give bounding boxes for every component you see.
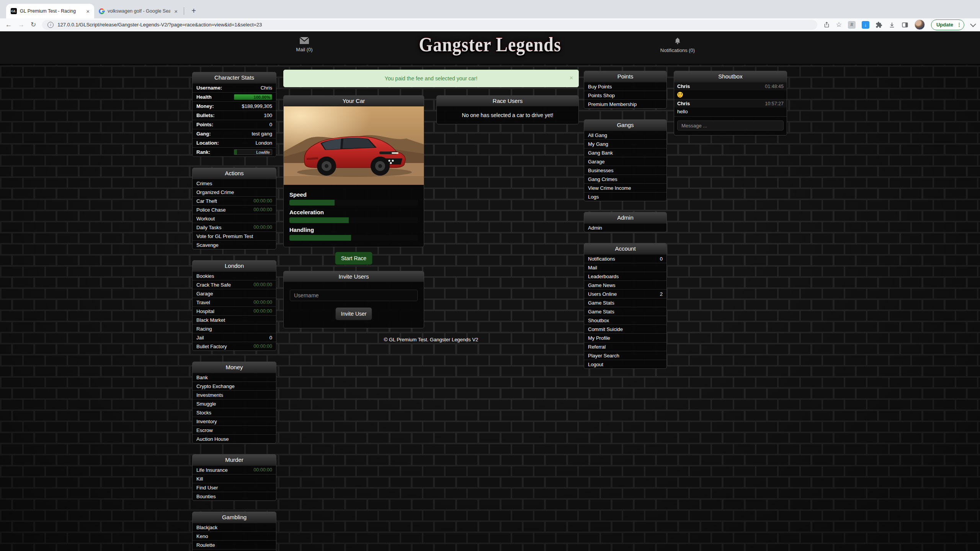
menu-item-gang-crimes[interactable]: Gang Crimes <box>584 174 666 183</box>
menu-item-player-search[interactable]: Player Search <box>584 351 666 360</box>
shoutbox-message-input[interactable] <box>677 121 784 130</box>
character-stats-panel: Character StatsUsername:ChrisHealth100.0… <box>192 72 276 157</box>
menu-item-bounties[interactable]: Bounties <box>193 492 276 500</box>
menu-item-buy-points[interactable]: Buy Points <box>584 82 666 91</box>
tab-google-search[interactable]: volkswagen golf - Google Sear × <box>94 4 182 18</box>
menu-item-garage[interactable]: Garage <box>193 289 276 298</box>
menu-item-points-shop[interactable]: Points Shop <box>584 91 666 99</box>
menu-item-auction-house[interactable]: Auction House <box>193 434 276 443</box>
menu-item-view-crime-income[interactable]: View Crime Income <box>584 183 666 192</box>
site-info-icon[interactable]: i <box>47 22 54 28</box>
start-race-button[interactable]: Start Race <box>335 252 372 265</box>
tab-close-icon[interactable]: × <box>85 8 90 15</box>
menu-item-travel[interactable]: Travel00:00:00 <box>193 298 276 306</box>
menu-item-bullet-factory[interactable]: Bullet Factory00:00:00 <box>193 342 276 350</box>
menu-item-car-theft[interactable]: Car Theft00:00:00 <box>193 196 276 205</box>
menu-item-count: 2 <box>660 291 663 297</box>
forward-icon[interactable]: → <box>18 21 24 28</box>
menu-item-hospital[interactable]: Hospital00:00:00 <box>193 306 276 315</box>
menu-item-mail[interactable]: Mail <box>584 263 666 272</box>
car-column: Your Car <box>283 95 424 328</box>
car-stat-label-speed: Speed <box>289 191 418 198</box>
menu-item-garage[interactable]: Garage <box>584 157 666 166</box>
bookmark-star-icon[interactable]: ☆ <box>836 21 842 28</box>
tab-gl-premium-test[interactable]: GL GL Premium Test - Racing × <box>6 4 94 18</box>
menu-item-gang-bank[interactable]: Gang Bank <box>584 148 666 157</box>
menu-item-businesses[interactable]: Businesses <box>584 166 666 174</box>
menu-item-black-market[interactable]: Black Market <box>193 315 276 324</box>
menu-item-admin[interactable]: Admin <box>584 223 666 232</box>
new-tab-button[interactable]: + <box>188 5 199 16</box>
menu-item-label: Bounties <box>196 494 216 499</box>
extension-r-icon[interactable]: R <box>848 21 856 29</box>
menu-item-referral[interactable]: Referral <box>584 342 666 351</box>
menu-item-escrow[interactable]: Escrow <box>193 425 276 434</box>
invite-username-input[interactable] <box>290 290 418 301</box>
extensions-puzzle-icon[interactable] <box>875 21 882 28</box>
stat-value: London <box>256 140 272 146</box>
menu-item-all-gang[interactable]: All Gang <box>584 130 666 139</box>
menu-item-investments[interactable]: Investments <box>193 390 276 399</box>
menu-item-workout[interactable]: Workout <box>193 214 276 223</box>
menu-item-blackjack[interactable]: Blackjack <box>193 523 276 531</box>
menu-item-jail[interactable]: Jail0 <box>193 333 276 342</box>
profile-avatar[interactable] <box>915 20 925 30</box>
menu-item-users-online[interactable]: Users Online2 <box>584 289 666 298</box>
back-icon[interactable]: ← <box>5 21 12 28</box>
menu-item-label: Bullet Factory <box>196 344 227 349</box>
chevron-down-icon[interactable] <box>970 21 976 27</box>
share-icon[interactable] <box>823 21 830 28</box>
menu-item-vote-for-gl-premium-test[interactable]: Vote for GL Premium Test <box>193 231 276 240</box>
menu-item-crypto-exchange[interactable]: Crypto Exchange <box>193 381 276 390</box>
address-bar[interactable]: i 127.0.0.1/GLScript/release/Gangster-Le… <box>42 20 817 30</box>
menu-item-logout[interactable]: Logout <box>584 360 666 368</box>
alert-close-icon[interactable]: × <box>570 75 573 82</box>
menu-item-crimes[interactable]: Crimes <box>193 179 276 187</box>
stat-value: Chris <box>261 85 272 91</box>
menu-item-inventory[interactable]: Inventory <box>193 417 276 425</box>
menu-item-game-news[interactable]: Game News <box>584 280 666 289</box>
stat-label: Rank: <box>196 149 210 155</box>
menu-item-premium-membership[interactable]: Premium Membership <box>584 99 666 108</box>
menu-item-police-chase[interactable]: Police Chase00:00:00 <box>193 205 276 214</box>
menu-item-lottery[interactable]: Lottery <box>193 549 276 551</box>
menu-item-game-stats[interactable]: Game Stats <box>584 307 666 316</box>
notifications-link[interactable]: Notifications (0) <box>645 37 710 53</box>
menu-item-my-gang[interactable]: My Gang <box>584 139 666 148</box>
menu-item-keno[interactable]: Keno <box>193 531 276 540</box>
menu-item-life-insurance[interactable]: Life Insurance00:00:00 <box>193 465 276 474</box>
menu-item-my-profile[interactable]: My Profile <box>584 333 666 342</box>
tab-title: GL Premium Test - Racing <box>20 8 82 14</box>
side-panel-icon[interactable] <box>902 21 908 28</box>
menu-item-label: Game Stats <box>588 309 614 315</box>
menu-item-shoutbox[interactable]: Shoutbox <box>584 316 666 324</box>
menu-item-scavenge[interactable]: Scavenge <box>193 240 276 249</box>
reload-icon[interactable]: ↻ <box>31 21 36 28</box>
tab-close-icon[interactable]: × <box>173 8 178 15</box>
game-logo[interactable]: Gangster Legends <box>0 34 980 55</box>
menu-item-smuggle[interactable]: Smuggle <box>193 399 276 408</box>
menu-item-crack-the-safe[interactable]: Crack The Safe00:00:00 <box>193 280 276 289</box>
menu-item-bookies[interactable]: Bookies <box>193 271 276 280</box>
car-stat-bar-fill <box>289 200 335 205</box>
menu-item-game-stats[interactable]: Game Stats <box>584 298 666 307</box>
menu-item-find-user[interactable]: Find User <box>193 483 276 492</box>
menu-item-commit-suicide[interactable]: Commit Suicide <box>584 324 666 333</box>
menu-item-notifications[interactable]: Notifications0 <box>584 254 666 263</box>
update-button[interactable]: Update ⋮ <box>931 20 964 30</box>
menu-item-racing[interactable]: Racing <box>193 324 276 333</box>
menu-item-organized-crime[interactable]: Organized Crime <box>193 187 276 196</box>
stat-label: Bullets: <box>196 112 215 118</box>
stat-label: Gang: <box>196 131 211 137</box>
menu-item-kill[interactable]: Kill <box>193 474 276 483</box>
invite-user-button[interactable]: Invite User <box>335 307 372 320</box>
menu-item-label: Workout <box>196 216 215 222</box>
menu-item-bank[interactable]: Bank <box>193 373 276 381</box>
menu-item-leaderboards[interactable]: Leaderboards <box>584 272 666 280</box>
extension-downloader-icon[interactable]: ↓ <box>862 21 869 29</box>
menu-item-logs[interactable]: Logs <box>584 192 666 201</box>
menu-item-stocks[interactable]: Stocks <box>193 408 276 417</box>
downloads-icon[interactable] <box>889 21 895 28</box>
menu-item-daily-tasks[interactable]: Daily Tasks00:00:00 <box>193 223 276 231</box>
menu-item-roulette[interactable]: Roulette <box>193 540 276 549</box>
